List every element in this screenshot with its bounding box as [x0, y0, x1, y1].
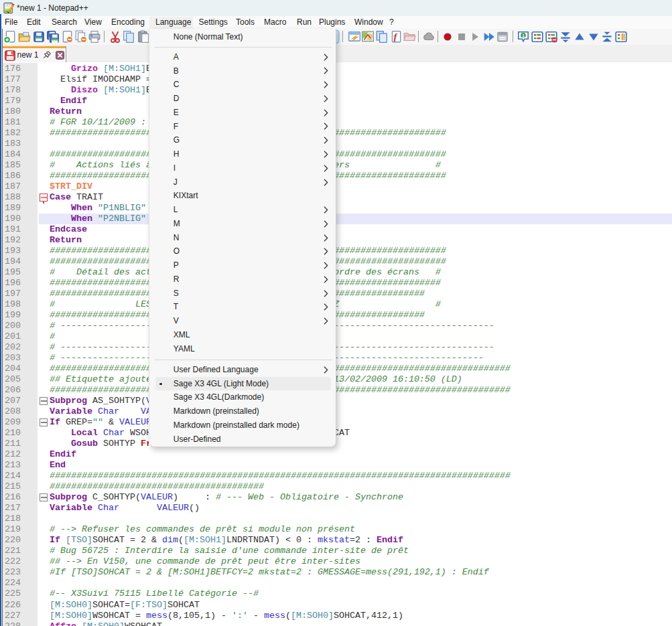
svg-text:1: 1	[522, 32, 525, 38]
